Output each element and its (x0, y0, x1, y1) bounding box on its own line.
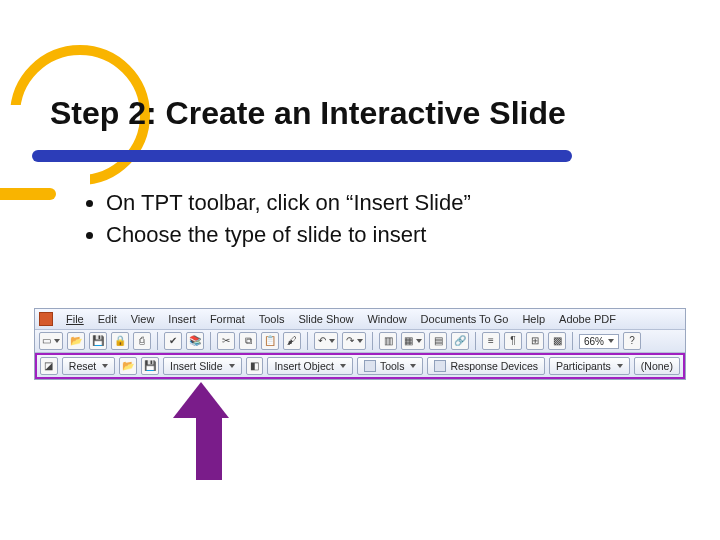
color-icon[interactable]: ▩ (548, 332, 566, 350)
separator (572, 332, 573, 350)
menu-bar: File Edit View Insert Format Tools Slide… (35, 309, 685, 330)
participants-value[interactable]: (None) (634, 357, 680, 375)
chart-icon[interactable]: ▥ (379, 332, 397, 350)
slide-title: Step 2: Create an Interactive Slide (50, 95, 566, 132)
app-icon (39, 312, 53, 326)
lightning-icon (434, 360, 446, 372)
menu-documents-to-go[interactable]: Documents To Go (414, 311, 516, 327)
insert-object-label: Insert Object (274, 360, 334, 372)
copy-icon[interactable]: ⧉ (239, 332, 257, 350)
zoom-select[interactable]: 66% (579, 334, 619, 349)
open-icon[interactable]: 📂 (67, 332, 85, 350)
tools-label: Tools (380, 360, 405, 372)
arrow-shaft (196, 418, 222, 480)
redo-icon[interactable]: ↷ (342, 332, 366, 350)
response-devices-label: Response Devices (450, 360, 538, 372)
separator (475, 332, 476, 350)
reset-label: Reset (69, 360, 96, 372)
save-session-icon[interactable]: 💾 (141, 357, 159, 375)
new-icon[interactable]: ▭ (39, 332, 63, 350)
expand-all-icon[interactable]: ≡ (482, 332, 500, 350)
menu-view[interactable]: View (124, 311, 162, 327)
insert-slide-button[interactable]: Insert Slide (163, 357, 242, 375)
convert-icon[interactable]: ◧ (246, 357, 264, 375)
format-painter-icon[interactable]: 🖌 (283, 332, 301, 350)
show-formatting-icon[interactable]: ¶ (504, 332, 522, 350)
insert-object-button[interactable]: Insert Object (267, 357, 353, 375)
menu-tools[interactable]: Tools (252, 311, 292, 327)
arrow-head-icon (173, 382, 229, 418)
separator (210, 332, 211, 350)
menu-edit[interactable]: Edit (91, 311, 124, 327)
tpt-app-icon[interactable]: ◪ (40, 357, 58, 375)
participants-value-label: (None) (641, 360, 673, 372)
tools-button[interactable]: Tools (357, 357, 424, 375)
toolbar-screenshot: File Edit View Insert Format Tools Slide… (34, 308, 686, 380)
permission-icon[interactable]: 🔒 (111, 332, 129, 350)
tables-borders-icon[interactable]: ▤ (429, 332, 447, 350)
menu-format[interactable]: Format (203, 311, 252, 327)
menu-help[interactable]: Help (515, 311, 552, 327)
tools-icon (364, 360, 376, 372)
save-icon[interactable]: 💾 (89, 332, 107, 350)
participants-label: Participants (556, 360, 611, 372)
cut-icon[interactable]: ✂ (217, 332, 235, 350)
decorative-bar-blue (32, 150, 572, 162)
separator (307, 332, 308, 350)
undo-icon[interactable]: ↶ (314, 332, 338, 350)
paste-icon[interactable]: 📋 (261, 332, 279, 350)
print-icon[interactable]: ⎙ (133, 332, 151, 350)
menu-file[interactable]: File (59, 311, 91, 327)
response-devices-button[interactable]: Response Devices (427, 357, 545, 375)
bullet-list: On TPT toolbar, click on “Insert Slide” … (86, 190, 471, 254)
menu-insert[interactable]: Insert (161, 311, 203, 327)
bullet-item: On TPT toolbar, click on “Insert Slide” (106, 190, 471, 216)
help-icon[interactable]: ? (623, 332, 641, 350)
separator (157, 332, 158, 350)
bullet-item: Choose the type of slide to insert (106, 222, 471, 248)
menu-adobe-pdf[interactable]: Adobe PDF (552, 311, 623, 327)
tpt-toolbar: ◪ Reset 📂 💾 Insert Slide ◧ Insert Object… (35, 353, 685, 379)
table-icon[interactable]: ▦ (401, 332, 425, 350)
participants-button[interactable]: Participants (549, 357, 630, 375)
menu-slide-show[interactable]: Slide Show (291, 311, 360, 327)
reset-button[interactable]: Reset (62, 357, 115, 375)
research-icon[interactable]: 📚 (186, 332, 204, 350)
open-session-icon[interactable]: 📂 (119, 357, 137, 375)
separator (372, 332, 373, 350)
standard-toolbar: ▭ 📂 💾 🔒 ⎙ ✔ 📚 ✂ ⧉ 📋 🖌 ↶ ↷ ▥ ▦ ▤ 🔗 ≡ ¶ ⊞ … (35, 330, 685, 353)
decorative-bar-yellow (0, 188, 56, 200)
spellcheck-icon[interactable]: ✔ (164, 332, 182, 350)
grid-icon[interactable]: ⊞ (526, 332, 544, 350)
insert-slide-label: Insert Slide (170, 360, 223, 372)
hyperlink-icon[interactable]: 🔗 (451, 332, 469, 350)
callout-arrow (188, 382, 229, 480)
menu-window[interactable]: Window (360, 311, 413, 327)
